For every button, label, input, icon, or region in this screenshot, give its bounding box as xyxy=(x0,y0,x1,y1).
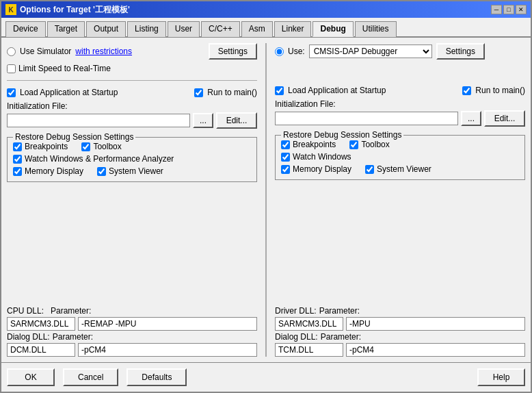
right-toolbox-label: Toolbox xyxy=(361,140,389,149)
right-dialog-dll-label: Dialog DLL: xyxy=(275,332,318,342)
left-dialog-dll-input[interactable] xyxy=(7,343,75,357)
left-system-viewer-checkbox[interactable] xyxy=(97,167,106,176)
two-column-layout: Use Simulator with restrictions Settings… xyxy=(7,43,525,357)
right-system-viewer-checkbox[interactable] xyxy=(365,165,374,174)
limit-speed-checkbox[interactable] xyxy=(7,64,16,73)
right-watch-checkbox[interactable] xyxy=(281,153,290,162)
right-breakpoints-row: Breakpoints Toolbox xyxy=(281,140,519,149)
limit-speed-label: Limit Speed to Real-Time xyxy=(18,64,111,73)
right-dialog-param-label: Parameter: xyxy=(321,332,362,342)
right-system-viewer-label: System Viewer xyxy=(377,164,431,174)
left-browse-button[interactable]: ... xyxy=(193,113,213,128)
right-toolbox-checkbox[interactable] xyxy=(349,140,358,149)
tab-listing[interactable]: Listing xyxy=(127,21,166,37)
left-breakpoints-label: Breakpoints xyxy=(25,142,68,151)
tab-asm[interactable]: Asm xyxy=(241,21,273,37)
right-edit-button[interactable]: Edit... xyxy=(484,110,525,127)
tab-output[interactable]: Output xyxy=(86,21,126,37)
close-button[interactable]: ✕ xyxy=(516,5,527,14)
left-load-app-label: Load Application at Startup xyxy=(20,88,118,97)
right-dialog-dll-input[interactable] xyxy=(275,343,343,357)
right-memory-row: Memory Display System Viewer xyxy=(281,164,519,174)
right-run-main-checkbox[interactable] xyxy=(462,86,471,95)
right-use-row: Use: CMSIS-DAP Debugger Settings xyxy=(275,43,525,60)
left-cpu-param-label: Parameter: xyxy=(51,306,92,316)
left-settings-button[interactable]: Settings xyxy=(209,43,257,60)
tab-debug[interactable]: Debug xyxy=(312,21,353,37)
use-simulator-radio[interactable] xyxy=(7,47,16,56)
tab-target[interactable]: Target xyxy=(47,21,85,37)
help-button[interactable]: Help xyxy=(477,368,525,386)
minimize-button[interactable]: ─ xyxy=(491,5,502,14)
right-dialog-values-row xyxy=(275,343,525,357)
window-icon: K xyxy=(5,4,16,15)
right-load-app-label: Load Application at Startup xyxy=(288,86,386,95)
left-column: Use Simulator with restrictions Settings… xyxy=(7,43,257,357)
right-load-row: Load Application at Startup Run to main(… xyxy=(275,86,525,95)
defaults-button[interactable]: Defaults xyxy=(127,368,187,386)
right-settings-button[interactable]: Settings xyxy=(436,43,485,60)
left-init-input[interactable] xyxy=(7,114,190,127)
left-load-row: Load Application at Startup Run to main(… xyxy=(7,88,257,97)
right-browse-button[interactable]: ... xyxy=(461,111,481,126)
right-cpu-values-row xyxy=(275,317,525,331)
debugger-select[interactable]: CMSIS-DAP Debugger xyxy=(309,45,432,58)
right-restore-group: Restore Debug Session Settings Breakpoin… xyxy=(275,135,525,180)
use-simulator-label: Use Simulator xyxy=(20,47,71,56)
left-init-section: Initialization File: ... Edit... xyxy=(7,101,257,129)
right-init-row: ... Edit... xyxy=(275,110,525,127)
tab-linker[interactable]: Linker xyxy=(274,21,312,37)
right-breakpoints-checkbox[interactable] xyxy=(281,140,290,149)
limit-speed-row: Limit Speed to Real-Time xyxy=(7,64,257,73)
simulator-row: Use Simulator with restrictions Settings xyxy=(7,43,257,60)
right-cpu-dll-label: Driver DLL: xyxy=(275,306,317,316)
right-cpu-param-label: Parameter: xyxy=(319,306,360,316)
left-watch-checkbox[interactable] xyxy=(13,155,22,164)
left-dialog-param-input[interactable] xyxy=(78,343,257,357)
left-cpu-dll-label: CPU DLL: xyxy=(7,306,48,316)
main-content: Use Simulator with restrictions Settings… xyxy=(1,38,531,362)
left-memory-checkbox[interactable] xyxy=(13,167,22,176)
tab-user[interactable]: User xyxy=(168,21,200,37)
use-debugger-radio[interactable] xyxy=(275,47,284,56)
left-restore-group-title: Restore Debug Session Settings xyxy=(13,132,135,142)
ok-button[interactable]: OK xyxy=(7,368,55,386)
right-dialog-labels-row: Dialog DLL: Parameter: xyxy=(275,332,525,342)
right-cpu-param-input[interactable] xyxy=(346,317,525,331)
maximize-button[interactable]: □ xyxy=(503,5,514,14)
right-init-section: Initialization File: ... Edit... xyxy=(275,99,525,127)
left-dialog-dll-label: Dialog DLL: xyxy=(7,332,50,342)
window-title: Options for Target '工程模板' xyxy=(20,4,130,16)
left-init-row: ... Edit... xyxy=(7,112,257,129)
left-cpu-param-input[interactable] xyxy=(78,317,257,331)
tab-cpp[interactable]: C/C++ xyxy=(201,21,240,37)
left-edit-button[interactable]: Edit... xyxy=(216,112,257,129)
left-toolbox-checkbox[interactable] xyxy=(81,142,90,151)
right-init-input[interactable] xyxy=(275,112,458,125)
left-breakpoints-checkbox[interactable] xyxy=(13,142,22,151)
right-dialog-param-input[interactable] xyxy=(346,343,525,357)
tab-device[interactable]: Device xyxy=(5,21,46,37)
right-watch-row: Watch Windows xyxy=(281,152,519,162)
right-use-label: Use: xyxy=(288,47,305,56)
left-toolbox-label: Toolbox xyxy=(93,142,121,151)
right-cpu-dll-input[interactable] xyxy=(275,317,343,331)
left-restore-inner: Breakpoints Toolbox Watch Windows & Perf… xyxy=(13,142,251,176)
right-memory-label: Memory Display xyxy=(293,164,351,174)
left-run-main-checkbox[interactable] xyxy=(194,88,203,97)
cancel-button[interactable]: Cancel xyxy=(63,368,118,386)
left-memory-label: Memory Display xyxy=(25,166,83,176)
left-watch-row: Watch Windows & Performance Analyzer xyxy=(13,154,251,164)
right-memory-checkbox[interactable] xyxy=(281,165,290,174)
left-system-viewer-label: System Viewer xyxy=(109,166,163,176)
left-cpu-values-row xyxy=(7,317,257,331)
right-init-label: Initialization File: xyxy=(275,99,525,109)
tab-utilities[interactable]: Utilities xyxy=(355,21,397,37)
right-restore-inner: Breakpoints Toolbox Watch Windows xyxy=(281,140,519,174)
right-column: Use: CMSIS-DAP Debugger Settings Load Ap… xyxy=(275,43,525,357)
left-cpu-dll-input[interactable] xyxy=(7,317,75,331)
left-load-app-checkbox[interactable] xyxy=(7,88,16,97)
left-dll-section: CPU DLL: Parameter: Dialog DLL: Paramete… xyxy=(7,306,257,357)
right-load-app-checkbox[interactable] xyxy=(275,86,284,95)
with-restrictions-link[interactable]: with restrictions xyxy=(75,47,132,56)
